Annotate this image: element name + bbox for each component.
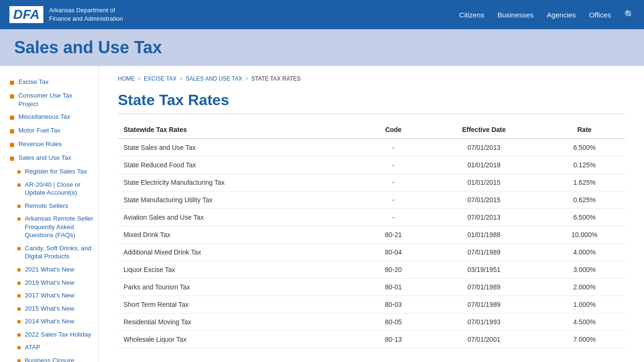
breadcrumb-sales[interactable]: SALES AND USE TAX — [186, 75, 242, 82]
sep-icon: > — [180, 75, 183, 82]
main-container: ■ Excise Tax ■ Consumer Use Tax Project … — [0, 66, 644, 362]
cell-name: Short Term Rental Tax — [118, 296, 363, 313]
sidebar: ■ Excise Tax ■ Consumer Use Tax Project … — [0, 66, 99, 362]
bullet-icon: ■ — [9, 78, 15, 87]
page-banner: Sales and Use Tax — [0, 29, 644, 66]
sub-bullet-icon: ■ — [17, 331, 21, 338]
table-row: State Manufacturing Utility Tax - 07/01/… — [118, 191, 625, 209]
table-header-row: Statewide Tax Rates Code Effective Date … — [118, 121, 625, 139]
cell-date: 03/19/1951 — [424, 261, 544, 279]
sidebar-sub-items: ■ Register for Sales Tax ■ AR-20/40 | Cl… — [9, 165, 94, 362]
sub-bullet-icon: ■ — [17, 305, 21, 312]
sidebar-item-2014-new[interactable]: ■ 2014 What's New — [17, 315, 94, 328]
bullet-icon: ■ — [9, 140, 15, 149]
dfa-logo: DFA — [9, 6, 43, 23]
sidebar-item-2019-new[interactable]: ■ 2019 What's New — [17, 276, 94, 289]
bullet-icon: ■ — [9, 154, 15, 163]
cell-code: - — [363, 174, 424, 191]
sub-bullet-icon: ■ — [17, 181, 21, 188]
sidebar-item-register[interactable]: ■ Register for Sales Tax — [17, 165, 94, 178]
cell-rate: 1.000% — [544, 296, 625, 313]
nav-businesses[interactable]: Businesses — [497, 11, 534, 19]
cell-rate: 6.500% — [544, 209, 625, 226]
col-header-code: Code — [363, 121, 424, 139]
sidebar-item-revenue-rules[interactable]: ■ Revenue Rules — [9, 138, 94, 151]
nav-offices[interactable]: Offices — [589, 11, 611, 19]
breadcrumb: HOME > EXCISE TAX > SALES AND USE TAX > … — [118, 75, 625, 82]
sidebar-item-2022-holiday[interactable]: ■ 2022 Sales Tax Holiday — [17, 328, 94, 341]
cell-date: 07/01/2013 — [424, 139, 544, 156]
cell-date: 07/01/2013 — [424, 209, 544, 226]
sub-bullet-icon: ■ — [17, 215, 21, 222]
cell-name: State Reduced Food Tax — [118, 156, 363, 174]
bullet-icon: ■ — [9, 92, 15, 100]
nav-agencies[interactable]: Agencies — [547, 11, 576, 19]
cell-code: - — [363, 209, 424, 226]
sep-icon: > — [138, 75, 141, 82]
page-title: Sales and Use Tax — [14, 38, 630, 58]
col-header-date: Effective Date — [424, 121, 544, 139]
cell-date: 07/01/1989 — [424, 296, 544, 313]
main-nav: Citizens Businesses Agencies Offices 🔍 — [459, 9, 635, 20]
cell-name: State Manufacturing Utility Tax — [118, 191, 363, 209]
sidebar-item-closure[interactable]: ■ Business Closure Orders — [17, 354, 94, 362]
cell-date: 01/01/2015 — [424, 174, 544, 191]
table-row: Additional Mixed Drink Tax 80-04 07/01/1… — [118, 244, 625, 261]
cell-code: - — [363, 156, 424, 174]
cell-name: Wholesale Liquor Tax — [118, 331, 363, 348]
sidebar-item-ar2040[interactable]: ■ AR-20/40 | Close or Update Account(s) — [17, 178, 94, 199]
cell-code: 80-20 — [363, 261, 424, 279]
cell-code: - — [363, 139, 424, 156]
cell-name: State Sales and Use Tax — [118, 139, 363, 156]
cell-code: 80-03 — [363, 296, 424, 313]
cell-code: 80-04 — [363, 244, 424, 261]
sidebar-item-consumer-use[interactable]: ■ Consumer Use Tax Project — [9, 89, 94, 110]
cell-date: 07/01/1989 — [424, 279, 544, 296]
sidebar-item-remote-faq[interactable]: ■ Arkansas Remote Seller Frequently Aske… — [17, 212, 94, 242]
sidebar-item-remote-sellers[interactable]: ■ Remote Sellers — [17, 199, 94, 213]
breadcrumb-excise[interactable]: EXCISE TAX — [144, 75, 177, 82]
cell-date: 07/01/1989 — [424, 244, 544, 261]
tax-rates-table: Statewide Tax Rates Code Effective Date … — [118, 121, 625, 348]
cell-code: 80-05 — [363, 313, 424, 331]
table-row: State Reduced Food Tax - 01/01/2019 0.12… — [118, 156, 625, 174]
cell-code: 80-21 — [363, 226, 424, 244]
col-header-rate: Rate — [544, 121, 625, 139]
sidebar-item-excise-tax[interactable]: ■ Excise Tax — [9, 75, 94, 89]
cell-rate: 7.000% — [544, 331, 625, 348]
col-header-name: Statewide Tax Rates — [118, 121, 363, 139]
cell-name: Residential Moving Tax — [118, 313, 363, 331]
sidebar-item-2017-new[interactable]: ■ 2017 What's New — [17, 289, 94, 302]
sidebar-item-atap[interactable]: ■ ATAP — [17, 341, 94, 354]
sidebar-item-misc-tax[interactable]: ■ Miscellaneous Tax — [9, 110, 94, 124]
search-icon[interactable]: 🔍 — [624, 9, 635, 20]
main-content: HOME > EXCISE TAX > SALES AND USE TAX > … — [99, 66, 644, 362]
cell-date: 07/01/2001 — [424, 331, 544, 348]
logo-text: Arkansas Department of Finance and Admin… — [49, 6, 123, 23]
cell-name: Additional Mixed Drink Tax — [118, 244, 363, 261]
table-row: Parks and Tourism Tax 80-01 07/01/1989 2… — [118, 279, 625, 296]
table-row: State Electricity Manufacturing Tax - 01… — [118, 174, 625, 191]
bullet-icon: ■ — [9, 127, 15, 135]
table-row: Liquor Excise Tax 80-20 03/19/1951 3.000… — [118, 261, 625, 279]
sidebar-item-motor-fuel[interactable]: ■ Motor Fuel Tax — [9, 124, 94, 138]
sidebar-item-2021-new[interactable]: ■ 2021 What's New — [17, 263, 94, 276]
breadcrumb-home[interactable]: HOME — [118, 75, 135, 82]
table-row: Mixed Drink Tax 80-21 01/01/1988 10.000% — [118, 226, 625, 244]
sidebar-item-2015-new[interactable]: ■ 2015 What's New — [17, 302, 94, 315]
section-heading: State Tax Rates — [118, 91, 625, 114]
breadcrumb-current: STATE TAX RATES — [251, 75, 301, 82]
sidebar-item-candy[interactable]: ■ Candy, Soft Drinks, and Digital Produc… — [17, 242, 94, 263]
cell-name: Liquor Excise Tax — [118, 261, 363, 279]
logo-area: DFA Arkansas Department of Finance and A… — [9, 6, 123, 23]
sub-bullet-icon: ■ — [17, 280, 21, 286]
cell-date: 01/01/1988 — [424, 226, 544, 244]
cell-rate: 0.625% — [544, 191, 625, 209]
sidebar-item-sales-use[interactable]: ■ Sales and Use Tax — [9, 151, 94, 165]
cell-rate: 10.000% — [544, 226, 625, 244]
sub-bullet-icon: ■ — [17, 168, 21, 175]
nav-citizens[interactable]: Citizens — [459, 11, 484, 19]
cell-code: 80-13 — [363, 331, 424, 348]
sub-bullet-icon: ■ — [17, 203, 21, 209]
cell-name: Parks and Tourism Tax — [118, 279, 363, 296]
